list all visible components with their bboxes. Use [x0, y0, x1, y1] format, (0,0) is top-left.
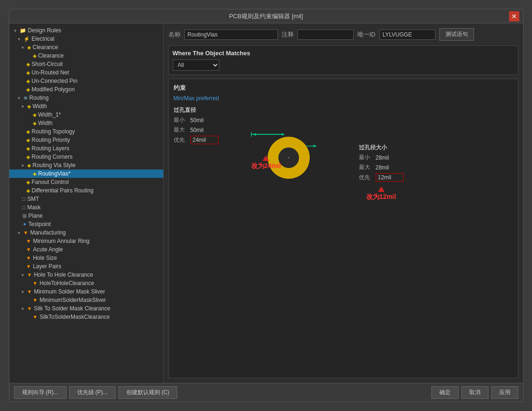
- tree-item-layer-pairs[interactable]: ▼Layer Pairs: [9, 262, 163, 271]
- id-label: 唯一ID: [357, 30, 376, 39]
- tree-item-unconnected-pin[interactable]: ◈Un-Connected Pin: [9, 77, 163, 85]
- tree-item-design-rules[interactable]: ▾📁Design Rules: [9, 26, 163, 35]
- via-size-max: 最大 28mil: [359, 163, 404, 171]
- tree-label-unconnected-pin: Un-Connected Pin: [32, 78, 78, 84]
- via-size-pref: 优先: [359, 173, 404, 182]
- wizard-button[interactable]: 规则向导 (R)...: [14, 386, 66, 399]
- tree-item-routing-topology[interactable]: ◈Routing Topology: [9, 127, 163, 136]
- tree-item-width[interactable]: ▾◈Width: [9, 102, 163, 110]
- expand-icon-routing-via-style[interactable]: ▾: [20, 162, 26, 169]
- tree-item-min-solder-mask-item[interactable]: ▼MinimumSolderMaskSliver: [9, 296, 163, 304]
- tree-label-min-solder-mask: Minimum Solder Mask Sliver: [34, 288, 105, 295]
- bottom-bar: 规则向导 (R)... 优先级 (P)... 创建默认规则 (C) 确定 取消 …: [9, 383, 523, 402]
- tree-item-silk-solder-mask[interactable]: ▾▼Silk To Solder Mask Clearance: [9, 304, 163, 313]
- tree-item-routing-priority[interactable]: ◈Routing Priority: [9, 136, 163, 144]
- tree-item-plane[interactable]: ⊞Plane: [9, 212, 163, 220]
- comment-input[interactable]: [298, 29, 354, 40]
- tree-item-min-annular-ring[interactable]: ▼Minimum Annular Ring: [9, 237, 163, 245]
- tree-item-routing-corners[interactable]: ◈Routing Corners: [9, 153, 163, 161]
- id-input[interactable]: [379, 29, 436, 40]
- tree-icon-design-rules: 📁: [20, 28, 26, 34]
- bottom-right-buttons: 确定 取消 应用: [431, 386, 518, 399]
- tree-icon-clearance-item: ◈: [33, 53, 36, 59]
- expand-icon-width[interactable]: ▾: [20, 103, 26, 110]
- tree-item-electrical[interactable]: ▾⚡Electrical: [9, 35, 163, 43]
- tree-item-silk-solder-mask-item[interactable]: ▼SilkToSolderMaskClearance: [9, 313, 163, 321]
- tree-label-smt: SMT: [27, 196, 39, 202]
- tree-icon-hole-clearance-item: ▼: [33, 280, 38, 286]
- tree-label-width: Width: [33, 103, 47, 110]
- tree-item-clearance-item[interactable]: ◈Clearance: [9, 51, 163, 60]
- tree-item-routing-layers[interactable]: ◈Routing Layers: [9, 144, 163, 153]
- tree-label-manufacturing: Manufacturing: [30, 229, 66, 236]
- tree-item-modified-polygon[interactable]: ◈Modified Polygon: [9, 85, 163, 94]
- expand-icon-routing[interactable]: ▾: [16, 95, 22, 101]
- via-hole-max: 最大 50mil: [174, 126, 219, 134]
- svg-marker-6: [282, 133, 285, 136]
- create-default-button[interactable]: 创建默认规则 (C): [118, 386, 177, 399]
- expand-icon-design-rules[interactable]: ▾: [12, 27, 19, 34]
- ok-button[interactable]: 确定: [431, 386, 459, 399]
- tree-label-silk-solder-mask: Silk To Solder Mask Clearance: [34, 305, 110, 312]
- tree-item-clearance-group[interactable]: ▾◈Clearance: [9, 43, 163, 51]
- tree-icon-min-annular-ring: ▼: [26, 238, 31, 244]
- tree-icon-unrouted-net: ◈: [26, 70, 30, 76]
- expand-icon-min-solder-mask[interactable]: ▾: [20, 288, 26, 295]
- tree-label-width2: Width: [38, 120, 53, 126]
- tree-icon-layer-pairs: ▼: [26, 264, 31, 269]
- tree-label-hole-clearance-item: HoleToHoleClearance: [39, 280, 94, 286]
- name-input[interactable]: [184, 29, 278, 40]
- main-window: PCB规则及约束编辑器 [mil] ✕ ▾📁Design Rules▾⚡Elec…: [9, 9, 524, 402]
- tree-item-smt[interactable]: □SMT: [9, 195, 163, 203]
- expand-icon-hole-clearance[interactable]: ▾: [20, 272, 26, 278]
- expand-icon-clearance-group[interactable]: ▾: [20, 44, 26, 51]
- max-label-1: 最大: [174, 126, 188, 134]
- tree-item-routing-via-style[interactable]: ▾◈Routing Via Style: [9, 161, 163, 169]
- tree-item-short-circuit[interactable]: ◈Short-Circuit: [9, 60, 163, 68]
- tree-item-routing-vias[interactable]: ◈RoutingVias*: [9, 169, 163, 178]
- expand-icon-electrical[interactable]: ▾: [16, 36, 22, 42]
- tree-item-width1[interactable]: ◈Width_1*: [9, 110, 163, 119]
- tree-icon-routing-corners: ◈: [26, 154, 30, 160]
- tree-icon-routing-via-style: ◈: [27, 162, 31, 169]
- apply-button[interactable]: 应用: [491, 386, 518, 399]
- min-label-1: 最小: [174, 116, 188, 124]
- test-btn[interactable]: 测试语句: [439, 28, 474, 41]
- titlebar: PCB规则及约束编辑器 [mil] ✕: [9, 9, 523, 23]
- priority-button[interactable]: 优先级 (P)...: [69, 386, 116, 399]
- left-tree-panel: ▾📁Design Rules▾⚡Electrical▾◈Clearance◈Cl…: [9, 23, 164, 383]
- tree-item-mask[interactable]: □Mask: [9, 203, 163, 212]
- expand-icon-manufacturing[interactable]: ▾: [16, 229, 22, 236]
- tree-item-unrouted-net[interactable]: ◈Un-Routed Net: [9, 68, 163, 77]
- tree-item-width2[interactable]: ◈Width: [9, 119, 163, 127]
- via-size-pref-input[interactable]: [376, 173, 404, 182]
- tree-label-differential-pairs: Differential Pairs Routing: [32, 187, 94, 194]
- where-matches-dropdown[interactable]: All: [173, 59, 219, 71]
- tree-icon-silk-solder-mask-item: ▼: [33, 314, 38, 320]
- tree-item-min-solder-mask[interactable]: ▾▼Minimum Solder Mask Sliver: [9, 287, 163, 296]
- where-matches-title: Where The Object Matches: [173, 50, 514, 57]
- tree-item-differential-pairs[interactable]: ◈Differential Pairs Routing: [9, 186, 163, 195]
- tree-item-hole-clearance[interactable]: ▾▼Hole To Hole Clearance: [9, 271, 163, 279]
- tree-item-manufacturing[interactable]: ▾▼Manufacturing: [9, 228, 163, 237]
- tree-item-routing[interactable]: ▾≋Routing: [9, 94, 163, 102]
- tree-icon-fanout-control: ◈: [26, 179, 30, 185]
- tree-item-hole-clearance-item[interactable]: ▼HoleToHoleClearance: [9, 279, 163, 287]
- tree-item-acute-angle[interactable]: ▼Acute Angle: [9, 245, 163, 254]
- tree-icon-manufacturing: ▼: [23, 230, 29, 235]
- via-hole-pref-input[interactable]: [190, 136, 219, 144]
- tree-item-testpoint[interactable]: ✦Testpoint: [9, 220, 163, 228]
- tree-label-layer-pairs: Layer Pairs: [33, 263, 61, 270]
- tree-item-fanout-control[interactable]: ◈Fanout Control: [9, 178, 163, 186]
- expand-icon-silk-solder-mask[interactable]: ▾: [20, 305, 26, 312]
- tree-icon-modified-polygon: ◈: [26, 87, 30, 93]
- close-button[interactable]: ✕: [509, 11, 519, 22]
- arrow-up-right: [378, 186, 385, 192]
- tree-icon-electrical: ⚡: [23, 36, 30, 42]
- tree-label-design-rules: Design Rules: [28, 27, 61, 34]
- min-val-2: 28mil: [376, 154, 389, 161]
- cancel-button[interactable]: 取消: [461, 386, 488, 399]
- max-label-2: 最大: [359, 163, 373, 171]
- tree-item-hole-size[interactable]: ▼Hole Size: [9, 254, 163, 262]
- tree-icon-hole-clearance: ▼: [27, 272, 32, 278]
